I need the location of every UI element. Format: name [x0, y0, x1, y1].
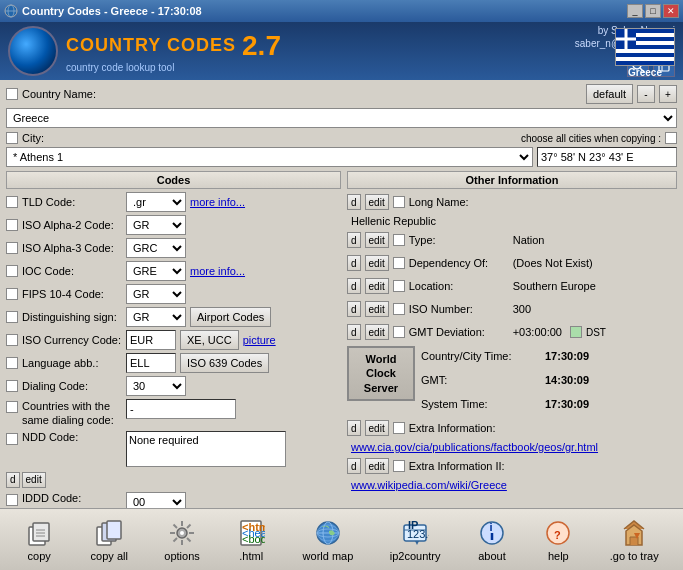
- svg-marker-39: [415, 541, 419, 545]
- flag-label: Greece: [628, 67, 662, 78]
- gmt-checkbox[interactable]: [393, 326, 405, 338]
- language-checkbox[interactable]: [6, 357, 18, 369]
- long-name-edit-btn[interactable]: edit: [365, 194, 389, 210]
- dist-sign-checkbox[interactable]: [6, 311, 18, 323]
- same-dial-checkbox[interactable]: [6, 401, 18, 413]
- dep-checkbox[interactable]: [393, 257, 405, 269]
- ei-edit-btn[interactable]: edit: [365, 420, 389, 436]
- ioc-select[interactable]: GRE: [126, 261, 186, 281]
- default-button[interactable]: default: [586, 84, 633, 104]
- dialing-checkbox[interactable]: [6, 380, 18, 392]
- isono-d-btn[interactable]: d: [347, 301, 361, 317]
- type-edit-btn[interactable]: edit: [365, 232, 389, 248]
- ndd-label: NDD Code:: [22, 431, 122, 443]
- options-button[interactable]: options: [160, 516, 203, 564]
- iso-alpha2-checkbox[interactable]: [6, 219, 18, 231]
- world-clock-box[interactable]: WorldClockServer: [347, 346, 415, 401]
- isono-checkbox[interactable]: [393, 303, 405, 315]
- airport-codes-button[interactable]: Airport Codes: [190, 307, 271, 327]
- ndd-checkbox[interactable]: [6, 433, 18, 445]
- long-name-d-btn[interactable]: d: [347, 194, 361, 210]
- tld-select[interactable]: .gr: [126, 192, 186, 212]
- ei2-edit-btn[interactable]: edit: [365, 458, 389, 474]
- dependency-row: d edit Dependency Of: (Does Not Exist): [347, 253, 677, 273]
- same-dial-row: Countries with thesame dialing code:: [6, 399, 341, 428]
- isono-edit-btn[interactable]: edit: [365, 301, 389, 317]
- ei2-checkbox[interactable]: [393, 460, 405, 472]
- go-to-tray-label: .go to tray: [610, 550, 659, 562]
- city-select[interactable]: * Athens 1: [6, 147, 533, 167]
- fips-select[interactable]: GR: [126, 284, 186, 304]
- dialing-select[interactable]: 30: [126, 376, 186, 396]
- same-dial-input[interactable]: [126, 399, 236, 419]
- xe-ucc-button[interactable]: XE, UCC: [180, 330, 239, 350]
- window-controls[interactable]: _ □ ✕: [627, 4, 679, 18]
- type-checkbox[interactable]: [393, 234, 405, 246]
- copy-all-button[interactable]: copy all: [87, 516, 132, 564]
- iso-alpha3-select[interactable]: GRC: [126, 238, 186, 258]
- ioc-checkbox[interactable]: [6, 265, 18, 277]
- picture-link[interactable]: picture: [243, 334, 276, 346]
- two-column-layout: Codes TLD Code: .gr more info... ISO Alp…: [6, 171, 677, 538]
- dist-sign-select[interactable]: GR: [126, 307, 186, 327]
- dst-checkbox[interactable]: [570, 326, 582, 338]
- currency-checkbox[interactable]: [6, 334, 18, 346]
- ei2-d-btn[interactable]: d: [347, 458, 361, 474]
- close-button[interactable]: ✕: [663, 4, 679, 18]
- minus-button[interactable]: -: [637, 85, 655, 103]
- app-icon: [4, 4, 18, 18]
- plus-button[interactable]: +: [659, 85, 677, 103]
- iso639-button[interactable]: ISO 639 Codes: [180, 353, 269, 373]
- extra-info2-link[interactable]: www.wikipedia.com/wiki/Greece: [351, 479, 507, 491]
- cc-time-value: 17:30:09: [545, 350, 589, 362]
- ei-checkbox[interactable]: [393, 422, 405, 434]
- loc-d-btn[interactable]: d: [347, 278, 361, 294]
- gmt-edit-btn[interactable]: edit: [365, 324, 389, 340]
- maximize-button[interactable]: □: [645, 4, 661, 18]
- iso-alpha2-select[interactable]: GR: [126, 215, 186, 235]
- loc-label: Location:: [409, 280, 509, 292]
- dep-edit-btn[interactable]: edit: [365, 255, 389, 271]
- isono-value: 300: [513, 303, 531, 315]
- iddd-checkbox[interactable]: [6, 494, 18, 506]
- tld-checkbox[interactable]: [6, 196, 18, 208]
- dep-d-btn[interactable]: d: [347, 255, 361, 271]
- ndd-d-button[interactable]: d: [6, 472, 20, 488]
- codes-column: Codes TLD Code: .gr more info... ISO Alp…: [6, 171, 341, 538]
- ndd-textarea[interactable]: None required: [126, 431, 286, 467]
- iso-alpha3-checkbox[interactable]: [6, 242, 18, 254]
- location-row: d edit Location: Southern Europe: [347, 276, 677, 296]
- world-map-button[interactable]: world map: [299, 516, 358, 564]
- city-checkbox[interactable]: [6, 132, 18, 144]
- ei-d-btn[interactable]: d: [347, 420, 361, 436]
- long-name-checkbox[interactable]: [393, 196, 405, 208]
- loc-edit-btn[interactable]: edit: [365, 278, 389, 294]
- svg-line-25: [174, 538, 178, 542]
- ndd-edit-button[interactable]: edit: [22, 472, 46, 488]
- ioc-more-link[interactable]: more info...: [190, 265, 245, 277]
- choose-cities-checkbox[interactable]: [665, 132, 677, 144]
- city-coords: 37° 58' N 23° 43' E: [537, 147, 677, 167]
- extra-info-link[interactable]: www.cia.gov/cia/publications/factbook/ge…: [351, 441, 598, 453]
- tld-more-link[interactable]: more info...: [190, 196, 245, 208]
- gmt-d-btn[interactable]: d: [347, 324, 361, 340]
- country-name-checkbox[interactable]: [6, 88, 18, 100]
- copy-all-label: copy all: [91, 550, 128, 562]
- minimize-button[interactable]: _: [627, 4, 643, 18]
- help-button[interactable]: ? help: [539, 516, 577, 564]
- gmt-time-value: 14:30:09: [545, 374, 589, 386]
- main-content: Country Name: default - + Greece City: c…: [0, 80, 683, 570]
- loc-checkbox[interactable]: [393, 280, 405, 292]
- about-button[interactable]: i about: [473, 516, 511, 564]
- choose-cities-label: choose all cities when copying :: [521, 133, 661, 144]
- go-to-tray-button[interactable]: .go to tray: [606, 516, 663, 564]
- html-label: .html: [239, 550, 263, 562]
- copy-button[interactable]: copy: [20, 516, 58, 564]
- type-d-btn[interactable]: d: [347, 232, 361, 248]
- currency-row: ISO Currency Code: EUR XE, UCC picture: [6, 330, 341, 350]
- fips-checkbox[interactable]: [6, 288, 18, 300]
- ip2country-button[interactable]: IP 123.45 ip2country: [386, 516, 445, 564]
- iso-alpha3-label: ISO Alpha-3 Code:: [22, 242, 122, 254]
- html-button[interactable]: <html> <head> <body> .html: [232, 516, 270, 564]
- country-select[interactable]: Greece: [6, 108, 677, 128]
